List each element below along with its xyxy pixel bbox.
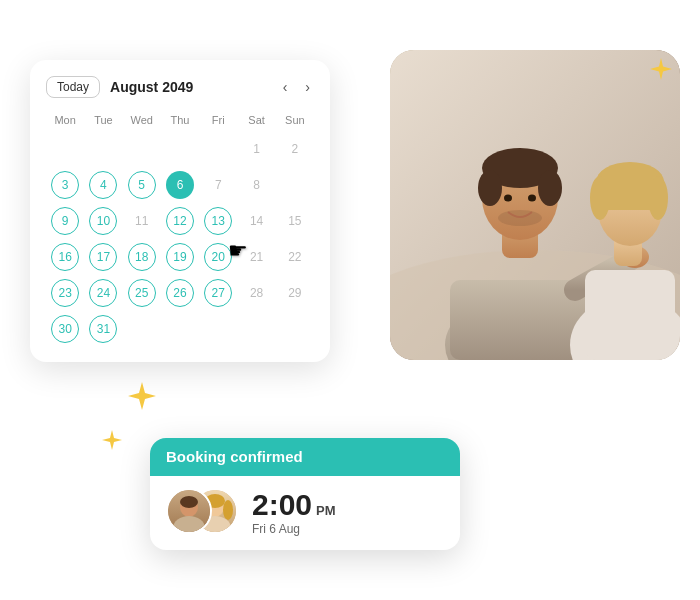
next-month-button[interactable]: › xyxy=(301,79,314,95)
calendar-card: Today August 2049 ‹ › Mon Tue Wed Thu Fr… xyxy=(30,60,330,362)
svg-point-30 xyxy=(223,500,233,520)
avatar-person1 xyxy=(166,488,212,534)
day-number: 21 xyxy=(243,243,271,271)
calendar-day-cell[interactable]: 23 xyxy=(46,276,84,310)
day-header-tue: Tue xyxy=(84,112,122,128)
booking-body: 2:00 PM Fri 6 Aug xyxy=(150,476,460,550)
day-header-thu: Thu xyxy=(161,112,199,128)
calendar-day-cell[interactable]: 16 xyxy=(46,240,84,274)
day-number: 2 xyxy=(281,135,309,163)
photo-placeholder xyxy=(390,50,680,360)
calendar-day-cell[interactable]: 26 xyxy=(161,276,199,310)
calendar-day-cell: 14 xyxy=(237,204,275,238)
calendar-day-cell xyxy=(161,132,199,166)
svg-point-9 xyxy=(504,195,512,202)
calendar-day-cell: 29 xyxy=(276,276,314,310)
calendar-day-cell xyxy=(199,132,237,166)
calendar-day-cell xyxy=(276,168,314,202)
day-number[interactable]: 23 xyxy=(51,279,79,307)
booking-ampm: PM xyxy=(316,503,336,518)
day-number[interactable]: 4 xyxy=(89,171,117,199)
calendar-day-cell[interactable]: 18 xyxy=(123,240,161,274)
calendar-day-cell[interactable]: 17 xyxy=(84,240,122,274)
calendar-day-cell[interactable]: 10 xyxy=(84,204,122,238)
day-number[interactable]: 5 xyxy=(128,171,156,199)
booking-confirmed-label: Booking confirmed xyxy=(166,448,303,465)
diamond-sparkle-small xyxy=(102,430,122,450)
day-number[interactable]: 20 xyxy=(204,243,232,271)
prev-month-button[interactable]: ‹ xyxy=(279,79,292,95)
calendar-day-cell[interactable]: 20 xyxy=(199,240,237,274)
day-headers-row: Mon Tue Wed Thu Fri Sat Sun xyxy=(46,112,314,128)
day-number: 11 xyxy=(128,207,156,235)
photo-card xyxy=(390,50,680,360)
day-number[interactable]: 3 xyxy=(51,171,79,199)
day-number[interactable]: 17 xyxy=(89,243,117,271)
calendar-day-cell[interactable]: 5 xyxy=(123,168,161,202)
calendar-grid: Mon Tue Wed Thu Fri Sat Sun 123456789101… xyxy=(46,112,314,346)
today-button[interactable]: Today xyxy=(46,76,100,98)
calendar-day-cell: 1 xyxy=(237,132,275,166)
booking-time: 2:00 xyxy=(252,490,312,520)
day-number[interactable]: 19 xyxy=(166,243,194,271)
day-number[interactable]: 9 xyxy=(51,207,79,235)
avatars-group xyxy=(166,488,238,538)
day-number[interactable]: 31 xyxy=(89,315,117,343)
day-number[interactable]: 18 xyxy=(128,243,156,271)
booking-time-info: 2:00 PM Fri 6 Aug xyxy=(252,490,336,536)
time-line: 2:00 PM xyxy=(252,490,336,520)
calendar-day-cell: 2 xyxy=(276,132,314,166)
calendar-day-cell xyxy=(161,312,199,346)
calendar-day-cell: 7 xyxy=(199,168,237,202)
day-number[interactable]: 6 xyxy=(166,171,194,199)
calendar-day-cell[interactable]: 27 xyxy=(199,276,237,310)
day-number: 7 xyxy=(204,171,232,199)
calendar-day-cell: 22 xyxy=(276,240,314,274)
day-number[interactable]: 10 xyxy=(89,207,117,235)
calendar-day-cell[interactable]: 3 xyxy=(46,168,84,202)
svg-point-10 xyxy=(528,195,536,202)
calendar-day-cell[interactable]: 6 xyxy=(161,168,199,202)
svg-point-11 xyxy=(498,210,542,226)
calendar-day-cell[interactable]: 31 xyxy=(84,312,122,346)
day-header-sun: Sun xyxy=(276,112,314,128)
day-number[interactable]: 27 xyxy=(204,279,232,307)
calendar-day-cell: 8 xyxy=(237,168,275,202)
calendar-day-cell xyxy=(84,132,122,166)
calendar-days-grid: 1234567891011121314151617181920212223242… xyxy=(46,132,314,346)
calendar-day-cell: 11 xyxy=(123,204,161,238)
day-number[interactable]: 12 xyxy=(166,207,194,235)
day-number[interactable]: 26 xyxy=(166,279,194,307)
calendar-header: Today August 2049 ‹ › xyxy=(46,76,314,98)
day-number[interactable]: 16 xyxy=(51,243,79,271)
month-title: August 2049 xyxy=(110,79,269,95)
day-number[interactable]: 30 xyxy=(51,315,79,343)
day-number: 22 xyxy=(281,243,309,271)
day-number: 14 xyxy=(243,207,271,235)
day-header-mon: Mon xyxy=(46,112,84,128)
diamond-sparkle-large xyxy=(128,382,156,410)
calendar-day-cell xyxy=(123,132,161,166)
diamond-sparkle-right xyxy=(650,58,672,80)
day-number[interactable]: 24 xyxy=(89,279,117,307)
calendar-day-cell xyxy=(199,312,237,346)
calendar-day-cell[interactable]: 25 xyxy=(123,276,161,310)
calendar-day-cell[interactable]: 4 xyxy=(84,168,122,202)
calendar-day-cell: 28 xyxy=(237,276,275,310)
calendar-day-cell[interactable]: 24 xyxy=(84,276,122,310)
day-number[interactable]: 13 xyxy=(204,207,232,235)
booking-date: Fri 6 Aug xyxy=(252,522,336,536)
booking-card: Booking confirmed xyxy=(150,438,460,550)
svg-rect-14 xyxy=(585,270,675,360)
day-header-fri: Fri xyxy=(199,112,237,128)
svg-rect-20 xyxy=(598,180,662,210)
svg-point-8 xyxy=(538,170,562,206)
calendar-day-cell[interactable]: 13 xyxy=(199,204,237,238)
calendar-day-cell[interactable]: 19 xyxy=(161,240,199,274)
calendar-day-cell[interactable]: 30 xyxy=(46,312,84,346)
day-number: 1 xyxy=(243,135,271,163)
calendar-day-cell[interactable]: 9 xyxy=(46,204,84,238)
booking-header: Booking confirmed xyxy=(150,438,460,476)
day-number[interactable]: 25 xyxy=(128,279,156,307)
calendar-day-cell[interactable]: 12 xyxy=(161,204,199,238)
